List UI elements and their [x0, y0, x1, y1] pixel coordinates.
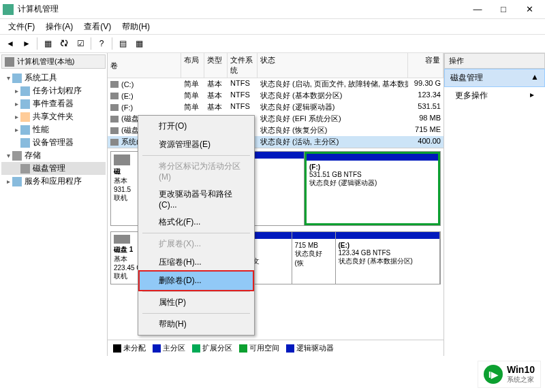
legend-free: 可用空间 [239, 343, 279, 353]
refresh-button[interactable]: 🗘 [57, 36, 72, 51]
maximize-button[interactable]: □ [490, 0, 516, 19]
menu-delete-volume[interactable]: 删除卷(D)... [140, 272, 253, 290]
tree-system-tools[interactable]: ▾系统工具 [1, 71, 106, 84]
legend-logical: 逻辑驱动器 [286, 343, 334, 353]
volume-icon [110, 104, 119, 111]
tree-panel: 计算机管理(本地) ▾系统工具 ▸任务计划程序 ▸事件查看器 ▸共享文件夹 ▸性… [0, 53, 108, 356]
separator [142, 233, 250, 233]
volume-row[interactable]: (C:)简单基本NTFS状态良好 (启动, 页面文件, 故障转储, 基本数据分区… [108, 78, 443, 90]
volume-icon [110, 116, 119, 122]
col-fs[interactable]: 文件系统 [228, 53, 258, 78]
separator [91, 37, 91, 50]
volume-icon [110, 93, 119, 99]
action-header: 操作 [444, 53, 545, 69]
toolbar-icon[interactable]: ▤ [115, 36, 130, 51]
menu-properties[interactable]: 属性(P) [140, 293, 253, 312]
menu-extend[interactable]: 扩展卷(X)... [140, 235, 253, 253]
forward-button[interactable]: ► [19, 36, 34, 51]
disk-icon [20, 164, 30, 174]
device-icon [20, 138, 30, 148]
action-more[interactable]: 更多操作▸ [444, 87, 545, 104]
menu-explorer[interactable]: 资源管理器(E) [140, 135, 253, 154]
legend: 未分配 主分区 扩展分区 可用空间 逻辑驱动器 [108, 340, 443, 356]
partition-f[interactable]: (F:)531.51 GB NTFS状态良好 (逻辑驱动器) [305, 152, 440, 225]
toolbar-icon[interactable]: ▦ [40, 36, 55, 51]
legend-primary: 主分区 [153, 343, 185, 353]
back-button[interactable]: ◄ [3, 36, 18, 51]
action-panel: 操作 磁盘管理▲ 更多操作▸ [444, 53, 545, 356]
menu-open[interactable]: 打开(O) [140, 117, 253, 135]
watermark-logo-icon: I▶ [484, 365, 503, 384]
window-title: 计算机管理 [18, 3, 465, 15]
tree-storage[interactable]: ▾存储 [1, 149, 106, 162]
watermark-subtitle: 系统之家 [507, 375, 535, 385]
watermark: I▶ Win10 系统之家 [478, 361, 541, 388]
minimize-button[interactable]: — [465, 0, 490, 19]
volume-header: 卷 布局 类型 文件系统 状态 容量 [108, 53, 443, 78]
tree-shared[interactable]: ▸共享文件夹 [1, 110, 106, 123]
help-button[interactable]: ? [94, 36, 109, 51]
partition-bar [292, 232, 335, 239]
perf-icon [20, 125, 30, 135]
tree-devmgr[interactable]: 设备管理器 [1, 136, 106, 149]
menu-help[interactable]: 帮助(H) [140, 315, 253, 333]
col-volume[interactable]: 卷 [108, 53, 181, 78]
separator [142, 291, 250, 292]
watermark-title: Win10 [507, 364, 535, 375]
volume-icon [110, 81, 119, 88]
scheduler-icon [20, 86, 30, 96]
tool-icon [12, 74, 22, 83]
col-capacity[interactable]: 容量 [408, 53, 443, 78]
menu-view[interactable]: 查看(V) [78, 20, 116, 34]
disk-icon [114, 154, 130, 165]
nav-tree: ▾系统工具 ▸任务计划程序 ▸事件查看器 ▸共享文件夹 ▸性能 设备管理器 ▾存… [1, 69, 106, 191]
menu-change-letter[interactable]: 更改驱动器号和路径(C)... [140, 185, 253, 213]
partition-e[interactable]: (E:)123.34 GB NTFS状态良好 (基本数据分区) [336, 232, 441, 284]
separator [142, 313, 250, 314]
app-icon [3, 4, 14, 15]
event-icon [20, 99, 30, 109]
menu-format[interactable]: 格式化(F)... [140, 213, 253, 231]
partition-bar [307, 154, 438, 161]
tree-scheduler[interactable]: ▸任务计划程序 [1, 84, 106, 97]
separator [112, 37, 112, 50]
partition[interactable]: 715 MB状态良好 (恢 [292, 232, 336, 284]
main-content: 计算机管理(本地) ▾系统工具 ▸任务计划程序 ▸事件查看器 ▸共享文件夹 ▸性… [0, 53, 545, 356]
tree-perf[interactable]: ▸性能 [1, 123, 106, 136]
toolbar-icon[interactable]: ▦ [131, 36, 146, 51]
chevron-right-icon: ▸ [530, 90, 534, 101]
computer-icon [5, 57, 14, 67]
tree-services[interactable]: ▸服务和应用程序 [1, 175, 106, 188]
partition-bar [336, 232, 440, 239]
services-icon [12, 177, 22, 186]
volume-icon [110, 127, 119, 134]
menu-shrink[interactable]: 压缩卷(H)... [140, 253, 253, 272]
storage-icon [12, 151, 22, 161]
col-layout[interactable]: 布局 [181, 53, 204, 78]
menu-help[interactable]: 帮助(H) [116, 20, 155, 34]
tree-eventviewer[interactable]: ▸事件查看器 [1, 97, 106, 110]
col-status[interactable]: 状态 [258, 53, 408, 78]
disk-icon [114, 235, 130, 244]
menu-file[interactable]: 文件(F) [3, 20, 40, 34]
tree-root[interactable]: 计算机管理(本地) [1, 54, 106, 69]
tree-root-label: 计算机管理(本地) [17, 56, 74, 67]
window-controls: — □ ✕ [465, 0, 542, 19]
volume-row[interactable]: (F:)简单基本NTFS状态良好 (逻辑驱动器)531.51 [108, 101, 443, 113]
titlebar: 计算机管理 — □ ✕ [0, 0, 545, 19]
menu-action[interactable]: 操作(A) [40, 20, 78, 34]
close-button[interactable]: ✕ [516, 0, 542, 19]
col-type[interactable]: 类型 [204, 53, 228, 78]
context-menu: 打开(O) 资源管理器(E) 将分区标记为活动分区(M) 更改驱动器号和路径(C… [138, 115, 255, 336]
separator [37, 37, 37, 50]
menu-mark-active[interactable]: 将分区标记为活动分区(M) [140, 157, 253, 185]
toolbar: ◄ ► ▦ 🗘 ☑ ? ▤ ▦ [0, 34, 545, 53]
folder-icon [20, 112, 30, 122]
tree-diskmgmt[interactable]: 磁盘管理 [1, 162, 106, 175]
toolbar-icon[interactable]: ☑ [73, 36, 88, 51]
volume-icon [110, 139, 119, 146]
legend-unalloc: 未分配 [113, 343, 146, 353]
action-selected[interactable]: 磁盘管理▲ [444, 69, 545, 87]
legend-extended: 扩展分区 [192, 343, 232, 353]
volume-row[interactable]: (E:)简单基本NTFS状态良好 (基本数据分区)123.34 [108, 90, 443, 101]
